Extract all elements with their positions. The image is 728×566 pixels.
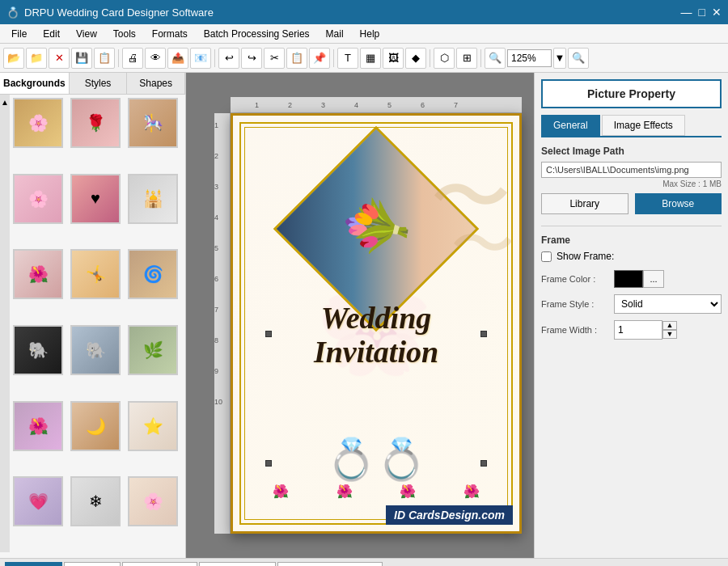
handle-dot[interactable]	[265, 460, 272, 467]
scroll-up-btn[interactable]: ▲	[1, 98, 9, 107]
browse-button[interactable]: Browse	[635, 193, 722, 214]
cut-btn[interactable]: ✂	[264, 48, 285, 69]
menu-file[interactable]: File	[3, 27, 35, 41]
list-item[interactable]: 💗	[13, 476, 63, 526]
frame-color-swatch[interactable]	[614, 270, 643, 288]
list-item[interactable]: ❄	[70, 476, 121, 526]
canvas-area[interactable]: 1234567 12345678910 🌸	[186, 73, 534, 558]
menu-edit[interactable]: Edit	[35, 27, 68, 41]
list-item[interactable]: 🌸	[128, 476, 178, 526]
list-item[interactable]: 🌹	[70, 98, 121, 148]
wedding-details-btn[interactable]: 💍 Wedding Details	[277, 562, 383, 567]
bottom-bar: 📄 Front 📄 Back ⚙ Properties 🗂 Templates …	[0, 558, 728, 566]
barcode-btn[interactable]: ▦	[360, 48, 381, 69]
main-area: Backgrounds Styles Shapes ▲ 🌸 🌹 🎠 🌸 ♥ 🕌 …	[0, 73, 728, 558]
library-button[interactable]: Library	[541, 193, 629, 214]
select-path-label: Select Image Path	[541, 146, 722, 157]
close-file-btn[interactable]: ✕	[49, 48, 70, 69]
paste-btn[interactable]: 📌	[309, 48, 330, 69]
frame-label: Frame	[541, 234, 722, 246]
app-icon: 💍	[6, 6, 19, 19]
picture-property-title[interactable]: Picture Property	[541, 79, 722, 108]
menu-view[interactable]: View	[68, 27, 105, 41]
open-btn[interactable]: 📁	[26, 48, 47, 69]
list-item[interactable]: 🐘	[13, 325, 63, 375]
print-preview-btn[interactable]: 👁	[145, 48, 166, 69]
list-item[interactable]: 🌸	[13, 98, 63, 148]
text-btn[interactable]: T	[337, 48, 358, 69]
card-title-line1: Wedding	[233, 302, 519, 336]
menu-bar: File Edit View Tools Formats Batch Proce…	[0, 24, 728, 44]
toolbar: 📂 📁 ✕ 💾 📋 🖨 👁 📤 📧 ↩ ↪ ✂ 📋 📌 T ▦ 🖼 ◆ ⬡ ⊞ …	[0, 44, 728, 73]
shape-btn[interactable]: ◆	[405, 48, 426, 69]
save-as-btn[interactable]: 📋	[94, 48, 115, 69]
tab-shapes[interactable]: Shapes	[127, 73, 185, 94]
frame-width-down[interactable]: ▼	[662, 330, 677, 339]
tab-general[interactable]: General	[541, 115, 600, 136]
maximize-btn[interactable]: □	[699, 6, 705, 19]
tab-backgrounds[interactable]: Backgrounds	[0, 73, 70, 94]
menu-tools[interactable]: Tools	[105, 27, 144, 41]
back-btn[interactable]: 📄 Back	[64, 562, 121, 567]
list-item[interactable]: 🤸	[70, 249, 121, 299]
minimize-btn[interactable]: —	[681, 6, 692, 19]
frame-width-up[interactable]: ▲	[662, 321, 677, 330]
max-size-label: Max Size : 1 MB	[541, 180, 722, 188]
list-item[interactable]: 🎠	[128, 98, 178, 148]
group-btn[interactable]: ⊞	[456, 48, 477, 69]
redo-btn[interactable]: ↪	[241, 48, 262, 69]
align-btn[interactable]: ⬡	[434, 48, 455, 69]
save-btn[interactable]: 💾	[71, 48, 92, 69]
list-item[interactable]: ♥	[70, 174, 121, 224]
right-panel: Picture Property General Image Effects S…	[534, 73, 728, 558]
print-btn[interactable]: 🖨	[122, 48, 143, 69]
list-item[interactable]: 🌺	[13, 401, 63, 451]
show-frame-checkbox[interactable]	[541, 251, 552, 262]
copy-btn[interactable]: 📋	[286, 48, 307, 69]
menu-mail[interactable]: Mail	[318, 27, 352, 41]
image-path-input[interactable]	[541, 162, 722, 178]
title-bar: 💍 DRPU Wedding Card Designer Software — …	[0, 0, 728, 24]
list-item[interactable]: 🐘	[70, 325, 121, 375]
frame-color-picker-btn[interactable]: ...	[643, 270, 664, 288]
templates-btn[interactable]: 🗂 Templates	[199, 562, 276, 567]
list-item[interactable]: 🌀	[128, 249, 178, 299]
zoom-out-btn[interactable]: 🔍	[485, 48, 506, 69]
handle-dot[interactable]	[480, 460, 487, 467]
frame-style-select[interactable]: Solid Dashed Dotted Double	[614, 294, 722, 314]
list-item[interactable]: ⭐	[128, 401, 178, 451]
show-frame-row: Show Frame:	[541, 251, 722, 262]
card-text-area: Wedding Invitation	[233, 302, 519, 370]
zoom-input[interactable]	[507, 49, 552, 67]
menu-formats[interactable]: Formats	[144, 27, 196, 41]
list-item[interactable]: 🌿	[128, 325, 178, 375]
undo-btn[interactable]: ↩	[218, 48, 239, 69]
front-btn[interactable]: 📄 Front	[5, 562, 62, 567]
menu-batch[interactable]: Batch Processing Series	[196, 27, 318, 41]
properties-btn[interactable]: ⚙ Properties	[122, 562, 198, 567]
export-btn[interactable]: 📤	[167, 48, 188, 69]
tab-styles[interactable]: Styles	[70, 73, 128, 94]
tab-image-effects[interactable]: Image Effects	[602, 115, 685, 136]
frame-width-label: Frame Width :	[541, 325, 614, 335]
wedding-card[interactable]: 🌸	[231, 113, 522, 534]
zoom-in-btn[interactable]: 🔍	[568, 48, 589, 69]
card-title-line2: Invitation	[233, 336, 519, 370]
frame-color-row: Frame Color : ...	[541, 270, 722, 288]
list-item[interactable]: 🌺	[13, 249, 63, 299]
swirl-decoration-2: 〜	[451, 213, 515, 277]
list-item[interactable]: 🌸	[13, 174, 63, 224]
list-item[interactable]: 🌙	[70, 401, 121, 451]
rings-decoration: 💍💍	[326, 436, 426, 483]
list-item[interactable]: 🕌	[128, 174, 178, 224]
canvas-container: 1234567 12345678910 🌸	[214, 97, 522, 534]
general-section: Select Image Path Max Size : 1 MB Librar…	[541, 146, 722, 214]
close-btn[interactable]: ✕	[712, 6, 722, 19]
email-btn[interactable]: 📧	[190, 48, 211, 69]
zoom-dropdown-btn[interactable]: ▼	[553, 48, 566, 69]
new-btn[interactable]: 📂	[3, 48, 24, 69]
panel-tab-bar: Backgrounds Styles Shapes	[0, 73, 185, 95]
menu-help[interactable]: Help	[352, 27, 388, 41]
frame-width-input[interactable]	[614, 320, 662, 340]
image-btn[interactable]: 🖼	[383, 48, 404, 69]
